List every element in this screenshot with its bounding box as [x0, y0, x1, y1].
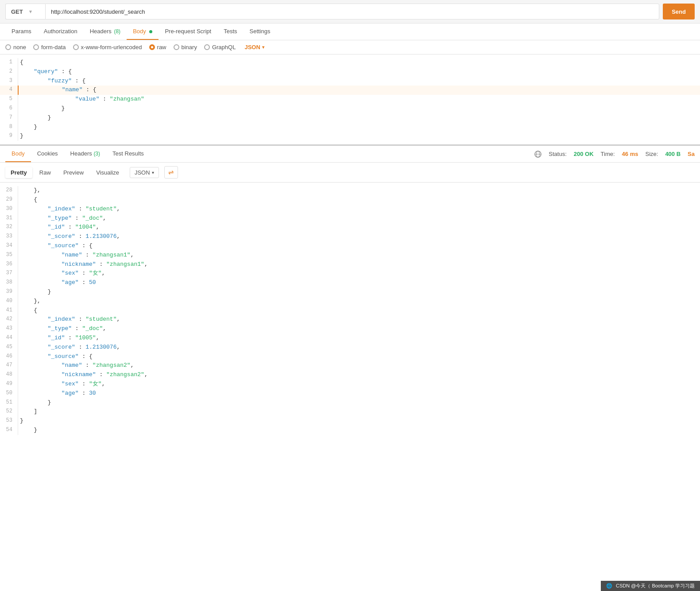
response-line: 43 "_type" : "_doc", — [0, 324, 700, 334]
wrap-button[interactable]: ⇌ — [164, 166, 178, 179]
code-line: 5 "value" : "zhangsan" — [0, 95, 700, 104]
radio-form-data — [33, 44, 39, 50]
code-line: 2 "query" : { — [0, 67, 700, 77]
radio-binary — [174, 44, 179, 50]
option-form-data[interactable]: form-data — [33, 44, 66, 51]
line-number: 43 — [0, 324, 18, 333]
line-number: 52 — [0, 407, 18, 416]
response-line: 52 ] — [0, 407, 700, 416]
tab-headers[interactable]: Headers (8) — [84, 23, 127, 40]
line-number: 39 — [0, 288, 18, 296]
response-format-bar: Pretty Raw Preview Visualize JSON ▾ ⇌ — [0, 163, 700, 183]
tab-tests[interactable]: Tests — [217, 23, 243, 40]
resp-tab-body[interactable]: Body — [5, 146, 31, 162]
option-none[interactable]: none — [5, 44, 26, 51]
chevron-down-icon: ▾ — [262, 45, 264, 50]
line-number: 41 — [0, 306, 18, 315]
response-line: 28 }, — [0, 186, 700, 195]
response-line: 44 "_id" : "1005", — [0, 334, 700, 343]
option-binary[interactable]: binary — [174, 44, 197, 51]
line-content: }, — [18, 297, 700, 306]
resp-tab-headers[interactable]: Headers (3) — [64, 146, 106, 162]
response-line: 40 }, — [0, 297, 700, 306]
tab-params[interactable]: Params — [5, 23, 38, 40]
line-content: { — [18, 195, 700, 205]
tab-body[interactable]: Body — [127, 23, 159, 40]
line-content: "_source" : { — [18, 352, 700, 362]
status-label: Status: — [549, 151, 566, 157]
line-number: 2 — [0, 67, 18, 76]
code-line: 8 } — [0, 123, 700, 132]
option-graphql[interactable]: GraphQL — [204, 44, 236, 51]
tab-settings[interactable]: Settings — [244, 23, 277, 40]
line-content: "query" : { — [18, 67, 700, 77]
method-label: GET — [11, 8, 23, 15]
line-content: "sex" : "女", — [18, 269, 700, 278]
response-line: 35 "name" : "zhangsan1", — [0, 251, 700, 260]
line-content: } — [18, 123, 700, 132]
format-visualize[interactable]: Visualize — [91, 167, 124, 178]
line-content: }, — [18, 186, 700, 195]
response-line: 34 "_source" : { — [0, 241, 700, 251]
footer-icon: 🌐 — [606, 583, 612, 589]
line-number: 45 — [0, 343, 18, 351]
response-line: 31 "_type" : "_doc", — [0, 214, 700, 223]
response-code: 28 },29 {30 "_index" : "student",31 "_ty… — [0, 183, 700, 439]
radio-none — [5, 44, 11, 50]
line-number: 40 — [0, 297, 18, 305]
body-options: none form-data x-www-form-urlencoded raw… — [0, 40, 700, 54]
line-number: 46 — [0, 352, 18, 361]
format-pretty[interactable]: Pretty — [5, 167, 32, 178]
response-status: Status: 200 OK Time: 46 ms Size: 400 B S… — [534, 151, 695, 158]
line-number: 7 — [0, 113, 18, 122]
line-number: 35 — [0, 251, 18, 259]
line-content: "nickname" : "zhangsan2", — [18, 370, 700, 380]
line-content: } — [18, 132, 700, 141]
line-content: "_id" : "1004", — [18, 223, 700, 232]
line-number: 29 — [0, 195, 18, 204]
json-format-dropdown[interactable]: JSON ▾ — [244, 44, 264, 51]
response-line: 32 "_id" : "1004", — [0, 223, 700, 232]
response-header: Body Cookies Headers (3) Test Results St… — [0, 146, 700, 163]
line-number: 34 — [0, 241, 18, 250]
send-button[interactable]: Send — [663, 4, 695, 19]
resp-tab-cookies[interactable]: Cookies — [31, 146, 64, 162]
tab-authorization[interactable]: Authorization — [38, 23, 84, 40]
line-content: "_score" : 1.2130076, — [18, 232, 700, 241]
response-line: 38 "age" : 50 — [0, 278, 700, 288]
response-json-select[interactable]: JSON ▾ — [130, 167, 159, 178]
response-line: 54 } — [0, 426, 700, 435]
line-number: 37 — [0, 269, 18, 277]
line-number: 48 — [0, 370, 18, 379]
tab-pre-request[interactable]: Pre-request Script — [159, 23, 217, 40]
response-line: 50 "age" : 30 — [0, 389, 700, 398]
line-content: } — [18, 416, 700, 426]
line-content: "_source" : { — [18, 241, 700, 251]
line-number: 3 — [0, 77, 18, 85]
response-line: 36 "nickname" : "zhangsan1", — [0, 260, 700, 269]
line-content: "_index" : "student", — [18, 315, 700, 324]
line-number: 51 — [0, 398, 18, 407]
line-content: { — [18, 306, 700, 315]
format-raw[interactable]: Raw — [34, 167, 56, 178]
method-select[interactable]: GET ▾ — [5, 4, 45, 19]
resp-tab-test-results[interactable]: Test Results — [106, 146, 150, 162]
option-urlencoded[interactable]: x-www-form-urlencoded — [73, 44, 142, 51]
line-number: 36 — [0, 260, 18, 268]
url-input[interactable] — [45, 4, 659, 19]
size-label: Size: — [645, 151, 658, 157]
line-content: "name" : "zhangsan1", — [18, 251, 700, 260]
response-line: 48 "nickname" : "zhangsan2", — [0, 370, 700, 380]
line-content: "nickname" : "zhangsan1", — [18, 260, 700, 269]
line-content: "_index" : "student", — [18, 205, 700, 214]
request-tabs: Params Authorization Headers (8) Body Pr… — [0, 23, 700, 40]
line-number: 53 — [0, 416, 18, 425]
line-content: "value" : "zhangsan" — [18, 95, 700, 104]
format-preview[interactable]: Preview — [58, 167, 89, 178]
radio-graphql — [204, 44, 210, 50]
request-editor[interactable]: 1{2 "query" : {3 "fuzzy" : {4 "name" : {… — [0, 54, 700, 146]
line-content: } — [18, 113, 700, 123]
option-raw[interactable]: raw — [149, 44, 166, 51]
line-number: 38 — [0, 278, 18, 287]
response-line: 51 } — [0, 398, 700, 408]
